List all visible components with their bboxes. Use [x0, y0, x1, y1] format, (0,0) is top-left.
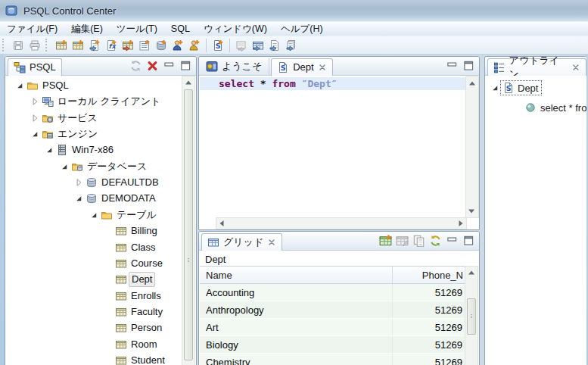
tree-item-Faculty[interactable]: Faculty [5, 304, 183, 320]
copy-button[interactable] [412, 234, 426, 248]
refresh-grid-button[interactable] [428, 234, 443, 248]
expanded-arrow-icon[interactable] [89, 210, 99, 220]
menu-item-f[interactable]: ファイル(F) [0, 22, 64, 36]
export-all-button[interactable] [283, 37, 300, 53]
new-user-button[interactable] [170, 37, 186, 53]
cell-phone[interactable]: 51269 [393, 284, 466, 301]
grid-scrollbar[interactable] [465, 266, 478, 365]
tab-welcome[interactable]: ようこそ [199, 58, 269, 75]
new-table-button[interactable] [53, 37, 70, 53]
tab-dept-editor[interactable]: S Dept [271, 58, 332, 76]
refresh-button[interactable] [129, 59, 143, 73]
tree-item-PSQL[interactable]: PSQL [5, 78, 183, 93]
tree-item-サービス[interactable]: サービス [5, 111, 183, 126]
cell-phone[interactable]: 51269 [393, 354, 466, 365]
maximize-view-button[interactable] [462, 234, 476, 248]
maximize-view-button[interactable] [462, 59, 476, 73]
new-database-button[interactable] [153, 37, 170, 53]
scroll-up-icon[interactable] [467, 78, 478, 89]
tree-item-DEFAULTDB[interactable]: DEFAULTDB [5, 175, 183, 190]
editor-vscrollbar[interactable] [465, 76, 479, 218]
tree-item-Win7-x86[interactable]: Win7-x86 [5, 142, 183, 158]
close-tab-icon[interactable] [267, 238, 276, 247]
tab-grid[interactable]: グリッド [201, 233, 282, 251]
menu-item-e[interactable]: 編集(E) [64, 22, 110, 36]
grid-row-anthropology[interactable]: Anthropology51269 [200, 301, 466, 319]
scrollbar-thumb[interactable] [184, 89, 193, 360]
collapsed-arrow-icon[interactable] [73, 177, 84, 188]
add-record-button[interactable] [378, 234, 393, 248]
tree-item-データベース[interactable]: データベース [5, 159, 183, 174]
tab-outline[interactable]: アウトライン [487, 58, 586, 76]
new-group-button[interactable] [186, 37, 203, 53]
minimize-view-button[interactable] [162, 59, 176, 73]
scroll-down-icon[interactable] [466, 206, 477, 217]
cell-name[interactable]: Accounting [200, 284, 393, 301]
grid-row-biology[interactable]: Biology51269 [200, 336, 466, 354]
new-script-button[interactable] [86, 37, 103, 53]
scrollbar-thumb[interactable] [467, 298, 476, 335]
title-bar[interactable]: PSQL Control Center [0, 0, 588, 22]
outline-statement-item[interactable]: select * from [524, 100, 586, 115]
cell-name[interactable]: Anthropology [200, 301, 393, 318]
scroll-right-icon[interactable] [456, 218, 466, 229]
minimize-view-button[interactable] [445, 59, 459, 73]
explorer-scrollbar[interactable] [182, 76, 195, 365]
delete-button[interactable] [145, 59, 160, 73]
new-view-button[interactable] [70, 37, 86, 53]
expanded-arrow-icon[interactable] [44, 145, 54, 155]
menu-item-w[interactable]: ウィンドウ(W) [197, 22, 274, 36]
new-procedure-button[interactable] [136, 37, 153, 53]
tree-item-Room[interactable]: Room [5, 337, 183, 352]
close-tab-icon[interactable] [318, 63, 327, 72]
expanded-arrow-icon[interactable] [490, 83, 500, 93]
sql-editor[interactable]: select * from ″Dept″ [199, 76, 479, 229]
cell-name[interactable]: Art [200, 319, 393, 335]
menu-item-h[interactable]: ヘルプ(H) [274, 22, 330, 36]
edit-record-button[interactable] [395, 234, 409, 248]
tree-item-DEMODATA[interactable]: DEMODATA [5, 191, 183, 206]
tree-item-Course[interactable]: Course [5, 256, 183, 271]
outline-root-item[interactable]: S Dept [490, 80, 542, 95]
minimize-view-button[interactable] [445, 234, 459, 248]
cell-name[interactable]: Chemistry [200, 354, 393, 365]
close-tab-icon[interactable] [571, 63, 580, 72]
menu-item-t[interactable]: ツール(T) [110, 22, 164, 36]
maximize-view-button[interactable] [179, 59, 193, 73]
grid-row-chemistry[interactable]: Chemistry51269 [200, 354, 466, 365]
tree-item-エンジン[interactable]: エンジン [5, 126, 183, 142]
column-header-name[interactable]: Name [200, 267, 393, 283]
scroll-up-icon[interactable] [466, 267, 477, 278]
tree-item-ローカル-クライアント[interactable]: ローカル クライアント [5, 94, 183, 109]
cell-name[interactable]: Biology [200, 336, 393, 353]
collapsed-arrow-icon[interactable] [30, 113, 40, 123]
column-header-phone[interactable]: Phone_N [393, 267, 466, 283]
tree-item-Student[interactable]: Student [5, 353, 183, 365]
cell-phone[interactable]: 51269 [393, 301, 466, 318]
result-grid[interactable]: Name Phone_N Accounting51269Anthropology… [200, 266, 466, 365]
cell-phone[interactable]: 51269 [393, 319, 466, 335]
tree-item-テーブル[interactable]: テーブル [5, 207, 183, 223]
tree-item-Dept[interactable]: Dept [5, 272, 183, 287]
editor-hscrollbar[interactable] [216, 217, 467, 229]
export-document-button[interactable] [266, 37, 283, 53]
grid-row-art[interactable]: Art51269 [200, 319, 466, 336]
tab-psql-explorer[interactable]: PSQL [8, 58, 62, 76]
export-grid-button[interactable] [250, 37, 266, 53]
expanded-arrow-icon[interactable] [73, 193, 84, 204]
new-sql-document-button[interactable]: S [210, 37, 226, 53]
collapsed-arrow-icon[interactable] [30, 96, 40, 107]
expanded-arrow-icon[interactable] [30, 129, 40, 139]
expanded-arrow-icon[interactable] [14, 80, 25, 91]
tree-item-Person[interactable]: Person [5, 320, 183, 335]
tree-item-Enrolls[interactable]: Enrolls [5, 289, 183, 304]
expanded-arrow-icon[interactable] [59, 161, 70, 172]
scroll-left-icon[interactable] [216, 218, 227, 229]
tree-item-Billing[interactable]: Billing [5, 223, 183, 239]
menu-item-sql[interactable]: SQL [164, 22, 197, 36]
tree-item-Class[interactable]: Class [5, 240, 183, 255]
new-function-button[interactable]: fx [103, 37, 120, 53]
new-trigger-button[interactable] [120, 37, 136, 53]
cell-phone[interactable]: 51269 [393, 336, 466, 353]
scroll-up-icon[interactable] [183, 77, 194, 88]
